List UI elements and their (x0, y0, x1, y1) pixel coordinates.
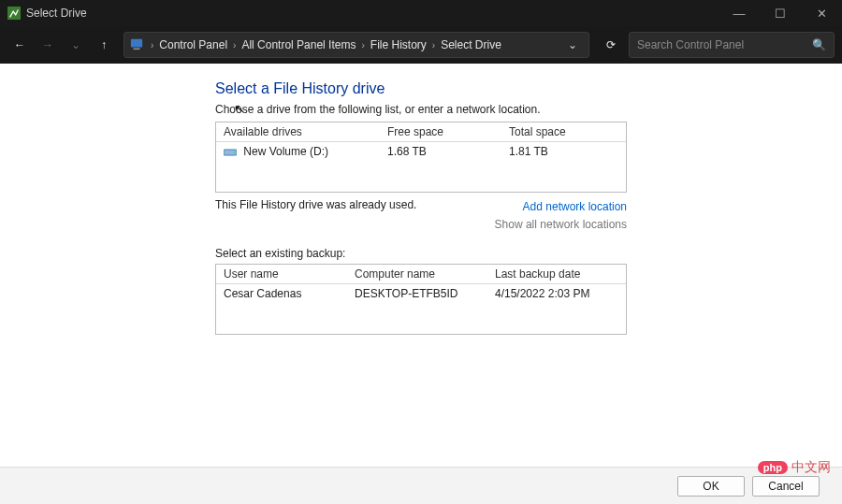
chevron-right-icon: › (357, 40, 368, 50)
watermark-text: 中文网 (791, 459, 831, 476)
app-icon (7, 7, 21, 20)
add-network-location-link[interactable]: Add network location (495, 198, 627, 216)
show-all-network-locations-link[interactable]: Show all network locations (495, 216, 627, 234)
drive-free: 1.68 TB (380, 142, 501, 162)
backup-user: Cesar Cadenas (216, 284, 347, 303)
col-free-space[interactable]: Free space (380, 122, 501, 141)
back-button[interactable]: ← (7, 33, 32, 57)
watermark-badge: php (758, 461, 788, 474)
chevron-right-icon[interactable]: › (147, 40, 157, 50)
ok-button[interactable]: OK (677, 476, 745, 497)
address-dropdown-button[interactable]: ⌄ (562, 38, 583, 51)
drive-icon (224, 146, 237, 159)
maximize-button[interactable]: ☐ (760, 0, 801, 26)
chevron-right-icon: › (229, 40, 240, 50)
col-total-space[interactable]: Total space (501, 122, 626, 141)
window-controls: — ☐ ✕ (719, 0, 842, 26)
svg-rect-2 (134, 48, 140, 50)
window-title: Select Drive (26, 7, 719, 20)
up-button[interactable]: ↑ (92, 33, 116, 57)
cancel-button[interactable]: Cancel (752, 476, 820, 497)
crumb-file-history[interactable]: File History (369, 38, 428, 51)
crumb-all-items[interactable]: All Control Panel Items (240, 38, 357, 51)
watermark: php 中文网 (758, 459, 831, 476)
available-drives-list[interactable]: Available drives Free space Total space … (215, 122, 627, 193)
close-button[interactable]: ✕ (801, 0, 842, 26)
existing-backup-heading: Select an existing backup: (215, 247, 820, 260)
col-computer-name[interactable]: Computer name (347, 265, 487, 283)
col-user-name[interactable]: User name (216, 265, 347, 283)
svg-rect-1 (131, 38, 142, 47)
drives-header-row: Available drives Free space Total space (216, 122, 626, 142)
search-placeholder: Search Control Panel (637, 38, 812, 51)
cursor-icon: ↖ (233, 100, 247, 117)
col-available-drives[interactable]: Available drives (216, 122, 380, 141)
refresh-button[interactable]: ⟳ (597, 32, 625, 58)
crumb-control-panel[interactable]: Control Panel (157, 38, 229, 51)
instruction-text: Choose a drive from the following list, … (215, 103, 820, 116)
content-area: Select a File History drive Choose a dri… (0, 64, 842, 335)
drive-row[interactable]: New Volume (D:) 1.68 TB 1.81 TB (216, 142, 626, 162)
chevron-right-icon: › (428, 40, 439, 50)
drive-total: 1.81 TB (501, 142, 626, 162)
backup-computer: DESKTOP-ETFB5ID (347, 284, 487, 303)
search-input[interactable]: Search Control Panel 🔍 (629, 32, 835, 58)
dialog-footer: OK Cancel (0, 467, 842, 504)
existing-backup-list[interactable]: User name Computer name Last backup date… (215, 264, 627, 335)
control-panel-icon (130, 37, 143, 53)
page-title: Select a File History drive (215, 80, 820, 97)
search-icon[interactable]: 🔍 (812, 38, 826, 51)
crumb-select-drive[interactable]: Select Drive (439, 38, 503, 51)
recent-locations-button[interactable]: ⌄ (64, 33, 88, 57)
backup-header-row: User name Computer name Last backup date (216, 265, 626, 284)
drive-name: New Volume (D:) (243, 145, 328, 158)
svg-rect-4 (234, 151, 236, 153)
forward-button[interactable]: → (36, 33, 60, 57)
titlebar: Select Drive — ☐ ✕ (0, 0, 842, 26)
navbar: ← → ⌄ ↑ › Control Panel › All Control Pa… (0, 26, 842, 64)
backup-row[interactable]: Cesar Cadenas DESKTOP-ETFB5ID 4/15/2022 … (216, 284, 626, 303)
breadcrumb[interactable]: › Control Panel › All Control Panel Item… (123, 32, 589, 58)
backup-date: 4/15/2022 2:03 PM (487, 284, 626, 303)
minimize-button[interactable]: — (719, 0, 760, 26)
status-text: This File History drive was already used… (215, 198, 495, 228)
col-last-backup[interactable]: Last backup date (487, 265, 626, 283)
